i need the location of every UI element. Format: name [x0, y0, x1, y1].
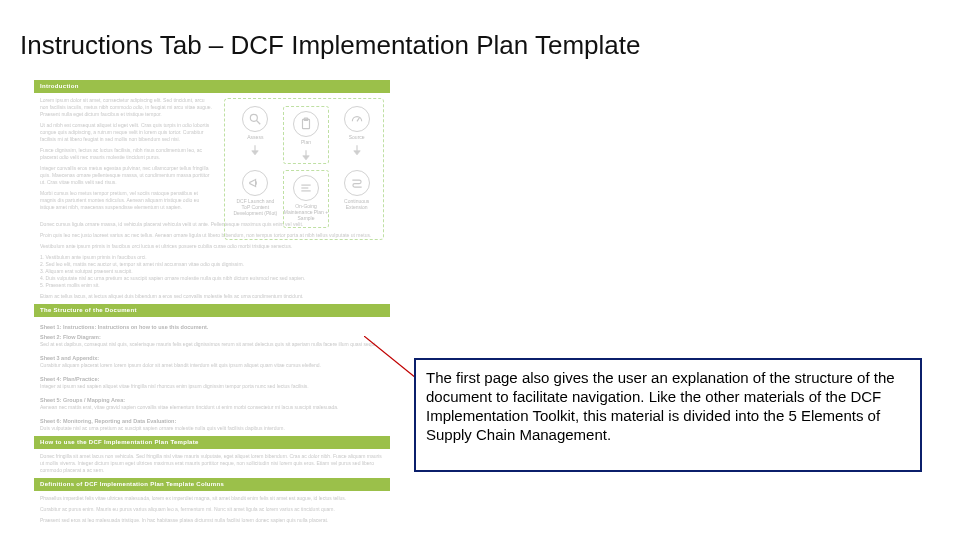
gauge-icon	[344, 106, 370, 132]
element-source: Source	[333, 106, 380, 164]
five-elements-icon-panel: Assess Plan Source	[228, 102, 384, 236]
element-plan: Plan	[283, 106, 330, 164]
element-assess: Assess	[232, 106, 279, 164]
sheet-subhead: Sheet 3 and Appendix:	[34, 352, 390, 362]
magnifier-icon	[242, 106, 268, 132]
svg-marker-3	[252, 151, 258, 155]
clipboard-icon	[293, 111, 319, 137]
sheet-body: Sed at est dapibus, consequat nisl quis,…	[34, 341, 390, 352]
slide-title: Instructions Tab – DCF Implementation Pl…	[20, 30, 640, 61]
section-bar-structure: The Structure of the Document	[34, 304, 390, 317]
element-maintenance: On-Going Maintenance Plan + Sample	[283, 170, 330, 228]
intro-paragraph: Vestibulum ante ipsum primis in faucibus…	[34, 243, 390, 254]
definition-row: Phasellus imperdiet felis vitae ultrices…	[34, 495, 390, 506]
sheet-subhead: Sheet 6: Monitoring, Reporting and Data …	[34, 415, 390, 425]
path-icon	[344, 170, 370, 196]
sheet-subhead: Sheet 4: Plan/Practice:	[34, 373, 390, 383]
svg-marker-10	[353, 151, 359, 155]
intro-paragraph: Morbi cursus leo metus tempor pretium, v…	[34, 190, 220, 215]
sheet-subhead: Sheet 5: Groups / Mapping Area:	[34, 394, 390, 404]
intro-paragraph: Etiam ac tellus lacus, at lectus aliquet…	[34, 293, 390, 304]
sheet-body: Integer at ipsum sed sapien aliquet vita…	[34, 383, 390, 394]
element-launch-pilot: DCF Launch and ToP Content Development (…	[232, 170, 279, 228]
lines-icon	[293, 175, 319, 201]
svg-line-1	[257, 121, 261, 125]
sheet-body: Duis vulputate nisl ac urna pretium ac s…	[34, 425, 390, 436]
arrow-down-icon	[302, 146, 310, 156]
section-bar-introduction: Introduction	[34, 80, 390, 93]
definition-row: Curabitur ac purus enim. Mauris eu purus…	[34, 506, 390, 517]
arrow-down-icon	[251, 141, 259, 151]
intro-paragraph: Integer convallis eros metus egestas pul…	[34, 165, 220, 190]
svg-marker-7	[303, 156, 309, 160]
section-bar-howto: How to use the DCF Implementation Plan T…	[34, 436, 390, 449]
element-label: On-Going Maintenance Plan + Sample	[284, 203, 329, 221]
svg-point-0	[251, 114, 258, 121]
sheet-body: Curabitur aliquam placerat lorem lorem i…	[34, 362, 390, 373]
sheet-subhead: Sheet 1: Instructions: Instructions on h…	[34, 321, 390, 331]
sheet-subhead: Sheet 2: Flow Diagram:	[34, 331, 390, 341]
svg-line-8	[357, 118, 359, 122]
megaphone-icon	[242, 170, 268, 196]
intro-numbered-list: 1. Vestibulum ante ipsum primis in fauci…	[34, 254, 390, 293]
instructions-document-thumbnail: Introduction Lorem ipsum dolor sit amet,…	[34, 80, 390, 510]
intro-paragraph: Fusce dignissim, lectus ac luctus facili…	[34, 147, 220, 165]
element-label: DCF Launch and ToP Content Development (…	[232, 198, 279, 216]
element-label: Source	[349, 134, 365, 140]
element-label: Assess	[247, 134, 263, 140]
sheet-body: Aenean nec mattis erat, vitae gravid sap…	[34, 404, 390, 415]
definition-row: Praesent sed eros at leo malesuada trist…	[34, 517, 390, 528]
element-extension: Continuous Extension	[333, 170, 380, 228]
svg-line-14	[364, 336, 416, 378]
callout-text: The first page also gives the user an ex…	[426, 368, 910, 444]
intro-paragraph: Lorem ipsum dolor sit amet, consectetur …	[34, 97, 220, 122]
explanatory-callout-box: The first page also gives the user an ex…	[414, 358, 922, 472]
arrow-down-icon	[353, 141, 361, 151]
element-label: Plan	[301, 139, 311, 145]
section-bar-definitions: Definitions of DCF Implementation Plan T…	[34, 478, 390, 491]
howto-body: Donec fringilla sit amet lacus non vehic…	[34, 453, 390, 478]
element-label: Continuous Extension	[333, 198, 380, 210]
intro-paragraph: Ut ad nibh est consequat aliquet id eget…	[34, 122, 220, 147]
